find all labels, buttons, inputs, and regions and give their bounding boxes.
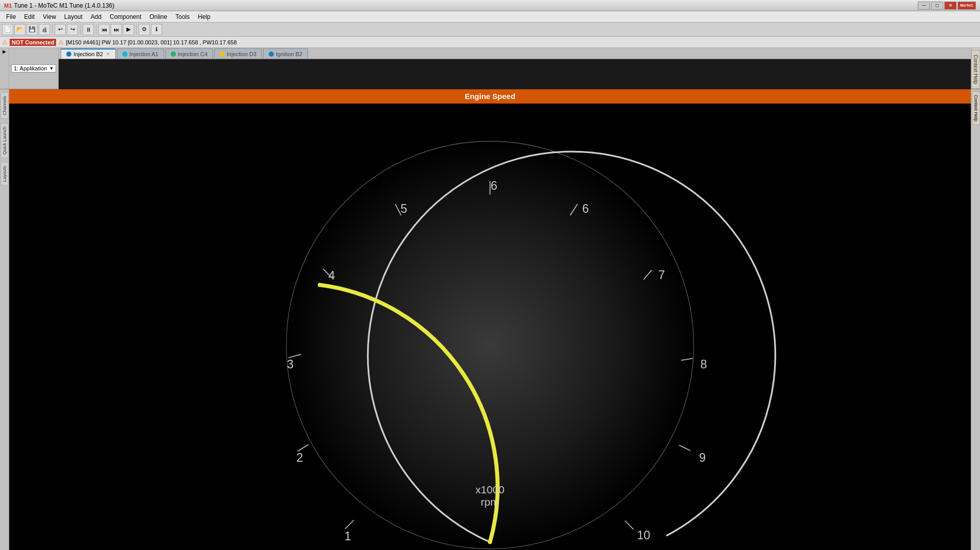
tab-icon-ignition-b2 <box>269 52 274 57</box>
tab-icon-injection-d3 <box>220 52 225 57</box>
toolbar-prev[interactable]: ⏮ <box>98 24 110 35</box>
gauge-unit-line2: rpm <box>481 495 499 507</box>
toolbar-next[interactable]: ⏭ <box>111 24 122 35</box>
tab-close-injection-b2[interactable]: ✕ <box>106 52 110 57</box>
workspace-dropdown[interactable]: 1: Applikation ▼ <box>11 64 56 72</box>
toolbar-play[interactable]: ▶ <box>123 24 134 35</box>
menu-view[interactable]: View <box>39 12 60 21</box>
svg-text:5: 5 <box>400 202 407 215</box>
svg-text:10: 10 <box>637 529 650 542</box>
toolbar-pause[interactable]: ⏸ <box>83 24 94 35</box>
tab-label-injection-d3: Injection D3 <box>227 51 256 57</box>
titlebar-controls: ─ □ ✕ MoTeC <box>918 2 976 10</box>
workspace-selector[interactable]: 1: Applikation ▼ <box>9 48 59 89</box>
toolbar-undo[interactable]: ↩ <box>55 24 66 35</box>
minimize-button[interactable]: ─ <box>918 2 930 10</box>
gauge-svg: 0 1 2 3 4 5 6 6 7 8 9 <box>9 104 971 550</box>
toolbar-separator-4 <box>136 24 137 35</box>
main-area: Channels Quick Launch Layouts Engine Spe… <box>0 89 980 550</box>
svg-text:1: 1 <box>344 529 351 542</box>
toolbar-open[interactable]: 📂 <box>14 24 25 35</box>
gauge-unit-line1: x1000 <box>475 484 504 495</box>
close-button[interactable]: ✕ <box>944 2 957 10</box>
svg-text:9: 9 <box>699 451 706 464</box>
menu-component[interactable]: Component <box>106 12 145 21</box>
menu-edit[interactable]: Edit <box>20 12 39 21</box>
dropdown-arrow-icon: ▼ <box>49 66 54 71</box>
title-bar: M1 Tune 1 - MoTeC M1 Tune (1.4.0.136) ─ … <box>0 0 980 11</box>
toolbar-separator-2 <box>80 24 81 35</box>
svg-text:3: 3 <box>287 358 294 371</box>
toolbar-separator-1 <box>52 24 53 35</box>
channels-tab[interactable]: Channels <box>1 92 9 119</box>
tab-injection-b2[interactable]: Injection B2 ✕ <box>61 48 115 59</box>
quick-launch-tab[interactable]: Quick Launch <box>1 123 9 158</box>
connection-status: NOT Connected <box>10 39 56 46</box>
menu-layout[interactable]: Layout <box>60 12 87 21</box>
app-icon: M1 <box>4 3 12 9</box>
tab-injection-d3[interactable]: Injection D3 <box>214 48 262 59</box>
tab-label-injection-a1: Injection A1 <box>130 51 159 57</box>
svg-text:2: 2 <box>296 451 303 464</box>
tab-label-ignition-b2: Ignition B2 <box>276 51 302 57</box>
warning-icon-2: ⚠ <box>58 39 64 46</box>
tabs-row: Injection B2 ✕ Injection A1 Injection C4… <box>59 48 971 59</box>
svg-text:6: 6 <box>491 179 497 192</box>
toolbar-save[interactable]: 💾 <box>27 24 38 35</box>
menu-tools[interactable]: Tools <box>171 12 194 21</box>
menu-add[interactable]: Add <box>87 12 106 21</box>
warning-icon: ⚠ <box>2 39 8 46</box>
main-content: Engine Speed <box>9 89 971 550</box>
toolbar-print[interactable]: 🖨 <box>39 24 50 35</box>
context-help-sidebar-tab[interactable]: Context Help <box>972 91 980 125</box>
maximize-button[interactable]: □ <box>931 2 943 10</box>
toolbar-redo[interactable]: ↪ <box>67 24 78 35</box>
toolbar: 📄 📂 💾 🖨 ↩ ↪ ⏸ ⏮ ⏭ ▶ ⚙ ℹ <box>0 22 980 37</box>
svg-text:6: 6 <box>582 202 589 215</box>
tab-icon-injection-a1 <box>122 52 127 57</box>
titlebar-left: M1 Tune 1 - MoTeC M1 Tune (1.4.0.136) <box>4 2 114 9</box>
menu-file[interactable]: File <box>2 12 20 21</box>
motec-logo-button[interactable]: MoTeC <box>958 2 976 10</box>
gauge-header: Engine Speed <box>9 89 971 104</box>
right-sidebar[interactable]: Context Help <box>971 48 980 89</box>
toolbar-info[interactable]: ℹ <box>151 24 162 35</box>
left-sidebar-panel: Channels Quick Launch Layouts <box>0 89 9 550</box>
tab-injection-c4[interactable]: Injection C4 <box>165 48 213 59</box>
right-sidebar-panel: Context Help <box>971 89 980 550</box>
toolbar-settings[interactable]: ⚙ <box>139 24 150 35</box>
gauge-area[interactable]: 0 1 2 3 4 5 6 6 7 8 9 <box>9 104 971 550</box>
workspace-label: 1: Applikation <box>14 65 47 71</box>
window-title: Tune 1 - MoTeC M1 Tune (1.4.0.136) <box>14 2 114 9</box>
menu-help[interactable]: Help <box>194 12 215 21</box>
status-info: [M150 #4461] PW 10.17 [01.00.0023, 001] … <box>66 39 237 45</box>
tab-icon-injection-b2 <box>66 52 71 57</box>
toolbar-new[interactable]: 📄 <box>2 24 13 35</box>
context-help-tab[interactable]: Context Help <box>971 50 980 89</box>
menu-online[interactable]: Online <box>145 12 171 21</box>
tab-label-injection-b2: Injection B2 <box>73 51 102 57</box>
gauge-title: Engine Speed <box>465 92 515 101</box>
tab-icon-injection-c4 <box>171 52 176 57</box>
svg-text:8: 8 <box>701 358 707 371</box>
status-bar-top: ⚠ NOT Connected ⚠ [M150 #4461] PW 10.17 … <box>0 37 980 48</box>
toolbar-separator-3 <box>96 24 96 35</box>
tab-ignition-b2[interactable]: Ignition B2 <box>263 48 308 59</box>
layouts-tab[interactable]: Layouts <box>1 162 9 186</box>
svg-text:7: 7 <box>658 268 665 281</box>
tab-label-injection-c4: Injection C4 <box>178 51 208 57</box>
left-sidebar-toggle[interactable]: ▶ <box>0 48 9 89</box>
menu-bar: File Edit View Layout Add Component Onli… <box>0 11 980 22</box>
tab-injection-a1[interactable]: Injection A1 <box>117 48 164 59</box>
